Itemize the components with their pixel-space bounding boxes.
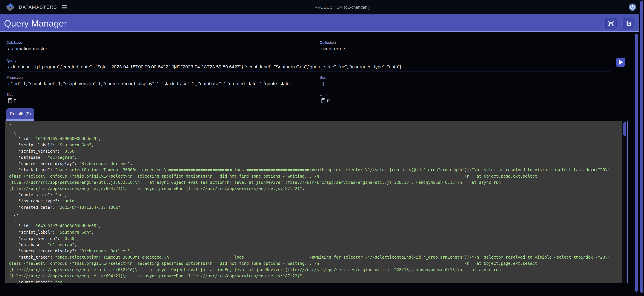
tab-active-indicator [6, 119, 34, 121]
play-icon [619, 60, 623, 64]
sort-field[interactable]: Sort {} [320, 76, 628, 88]
projection-field[interactable]: Projection { "_id": 1, "script_label": 1… [6, 76, 315, 88]
header-accent-strip [0, 31, 639, 32]
environment-label: PRODUCTION (q1-chandani) [314, 5, 370, 10]
app-window: DATAMASTERS PRODUCTION (q1-chandani) Que… [0, 0, 644, 296]
people-carry-icon [608, 21, 614, 26]
brand-title: DATAMASTERS [19, 4, 57, 10]
skip-input[interactable]: 0 [6, 98, 315, 104]
query-input[interactable]: {"database":"q1-pegram","created_date": … [6, 64, 611, 70]
power-button[interactable] [628, 3, 636, 11]
results-json[interactable]: [ { "_id": "643e9f65c48906000bdbde59", "… [5, 121, 622, 283]
database-label: Database [6, 40, 315, 44]
nav-left-group: DATAMASTERS [6, 0, 68, 14]
database-field[interactable]: Database automation-master [6, 40, 315, 53]
query-label: Query [6, 59, 611, 63]
calculator-icon [8, 98, 12, 104]
skip-label: Skip [6, 92, 315, 96]
collection-label: Collection [320, 40, 628, 44]
top-nav: DATAMASTERS PRODUCTION (q1-chandani) [0, 0, 644, 14]
run-query-button[interactable] [616, 58, 625, 67]
skip-field[interactable]: Skip 0 [6, 92, 315, 105]
menu-icon[interactable] [61, 4, 68, 10]
limit-value: 0 [327, 98, 330, 104]
projection-label: Projection [6, 76, 315, 80]
collection-field[interactable]: Collection script-errors [320, 40, 628, 53]
content-scrollbar-thumb[interactable] [635, 34, 638, 292]
calculator-icon [321, 98, 325, 104]
save-query-button[interactable] [623, 18, 634, 29]
page-scrollbar-thumb[interactable] [640, 1, 643, 293]
tab-results-label: Results (9) [10, 111, 31, 116]
save-icon [626, 21, 632, 26]
sort-input[interactable]: {} [320, 81, 628, 86]
results-panel: [ { "_id": "643e9f65c48906000bdbde59", "… [5, 121, 628, 283]
results-scrollbar-thumb[interactable] [623, 122, 626, 136]
app-logo-icon[interactable] [6, 3, 15, 12]
page-header: Query Manager [0, 14, 639, 32]
tab-results[interactable]: Results (9) [6, 108, 34, 119]
skip-value: 0 [14, 98, 16, 104]
limit-input[interactable]: 0 [320, 98, 628, 104]
power-icon [628, 3, 636, 11]
collection-input[interactable]: script-errors [320, 46, 628, 52]
results-scrollbar[interactable] [622, 121, 628, 283]
limit-field[interactable]: Limit 0 [320, 92, 628, 105]
database-input[interactable]: automation-master [6, 46, 315, 52]
sort-label: Sort [320, 76, 628, 80]
projection-input[interactable]: { "_id": 1, "script_label": 1, "script_v… [6, 81, 315, 86]
limit-label: Limit [320, 92, 628, 96]
query-field[interactable]: Query {"database":"q1-pegram","created_d… [6, 59, 611, 72]
page-title: Query Manager [4, 18, 67, 28]
share-queries-button[interactable] [605, 18, 617, 29]
